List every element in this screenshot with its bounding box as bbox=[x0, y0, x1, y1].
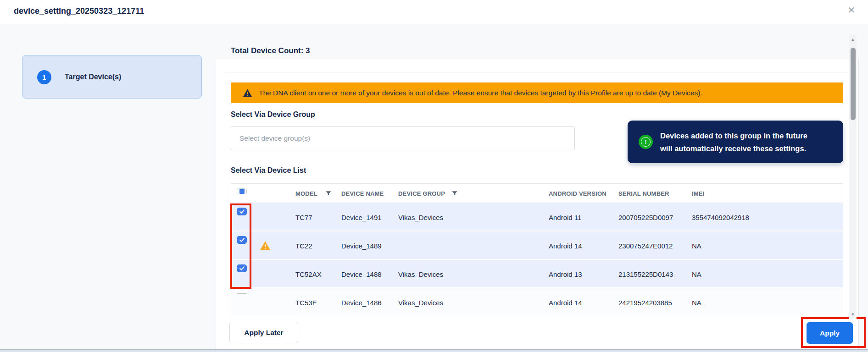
cell-device-name: Device_1486 bbox=[341, 288, 382, 316]
row-checkbox[interactable] bbox=[237, 236, 247, 244]
column-header-android-version[interactable]: ANDROID VERSION bbox=[549, 184, 606, 203]
cell-device-name: Device_1491 bbox=[341, 203, 382, 231]
cell-model: TC53E bbox=[295, 288, 317, 316]
row-checkbox[interactable] bbox=[237, 208, 247, 215]
column-header-device-name[interactable]: DEVICE NAME bbox=[341, 184, 384, 203]
cell-imei: NA bbox=[692, 231, 701, 260]
info-circle-icon: ! bbox=[639, 135, 653, 149]
cell-android-version: Android 11 bbox=[549, 203, 581, 231]
cell-serial-number: 230075247E0012 bbox=[618, 231, 673, 260]
table-row[interactable]: TC53E Device_1486 Vikas_Devices Android … bbox=[231, 288, 843, 316]
cell-model: TC52AX bbox=[295, 260, 322, 288]
cell-android-version: Android 13 bbox=[549, 260, 582, 288]
column-header-serial-number[interactable]: SERIAL NUMBER bbox=[618, 184, 669, 203]
filter-icon[interactable] bbox=[325, 190, 332, 197]
step-label: Target Device(s) bbox=[65, 73, 121, 81]
apply-later-button[interactable]: Apply Later bbox=[229, 322, 298, 343]
cell-android-version: Android 14 bbox=[549, 231, 582, 260]
cell-imei: NA bbox=[692, 260, 701, 288]
cell-imei: 355474092042918 bbox=[692, 203, 749, 231]
apply-button[interactable]: Apply bbox=[807, 322, 853, 344]
group-info-tooltip: ! Devices added to this group in the fut… bbox=[628, 121, 843, 163]
divider bbox=[224, 72, 851, 72]
cell-device-name: Device_1488 bbox=[341, 260, 382, 288]
cell-serial-number: 200705225D0097 bbox=[618, 203, 673, 231]
device-group-input[interactable] bbox=[231, 126, 575, 150]
select-via-device-list-label: Select Via Device List bbox=[231, 166, 306, 175]
select-via-device-group-label: Select Via Device Group bbox=[231, 110, 315, 119]
table-row[interactable]: TC22 Device_1489 Android 14 230075247E00… bbox=[231, 231, 843, 260]
cell-serial-number: 24219524203885 bbox=[618, 288, 672, 316]
device-setting-dialog: device_setting_20250323_121711 ✕ 1 Targe… bbox=[0, 0, 868, 352]
cell-device-name: Device_1489 bbox=[341, 231, 382, 260]
column-header-model[interactable]: MODEL bbox=[295, 184, 317, 203]
scroll-down-arrow-icon[interactable]: ▼ bbox=[849, 311, 857, 318]
cell-device-group: Vikas_Devices bbox=[398, 260, 443, 288]
row-checkbox[interactable] bbox=[237, 293, 247, 294]
cell-android-version: Android 14 bbox=[549, 288, 582, 316]
table-row[interactable]: TC52AX Device_1488 Vikas_Devices Android… bbox=[231, 260, 843, 288]
cell-device-group: Vikas_Devices bbox=[398, 288, 443, 316]
cell-model: TC22 bbox=[295, 231, 312, 260]
dialog-title: device_setting_20250323_121711 bbox=[14, 6, 144, 16]
page-bottom-strip bbox=[0, 349, 868, 352]
device-warning-icon bbox=[260, 240, 271, 251]
select-all-checkbox[interactable] bbox=[237, 188, 247, 194]
cell-imei: NA bbox=[692, 288, 701, 316]
device-table-body: TC77 Device_1491 Vikas_Devices Android 1… bbox=[231, 203, 843, 316]
filter-icon[interactable] bbox=[451, 190, 458, 197]
dna-warning-banner: The DNA client on one or more of your de… bbox=[231, 82, 843, 103]
column-header-device-group[interactable]: DEVICE GROUP bbox=[398, 184, 445, 203]
close-icon[interactable]: ✕ bbox=[845, 4, 858, 16]
device-table-header: MODEL DEVICE NAME DEVICE GROUP ANDROID V… bbox=[231, 184, 843, 203]
column-header-imei[interactable]: IMEI bbox=[692, 184, 705, 203]
total-device-count: Total Device Count: 3 bbox=[231, 46, 310, 55]
scroll-up-arrow-icon[interactable]: ▲ bbox=[849, 36, 857, 43]
dialog-header: device_setting_20250323_121711 ✕ bbox=[0, 0, 868, 24]
tooltip-text: Devices added to this group in the futur… bbox=[660, 129, 807, 155]
scrollbar-thumb[interactable] bbox=[851, 48, 856, 120]
warning-triangle-icon bbox=[243, 88, 252, 97]
table-row[interactable]: TC77 Device_1491 Vikas_Devices Android 1… bbox=[231, 203, 843, 231]
vertical-scrollbar[interactable]: ▲ ▼ bbox=[849, 35, 857, 319]
device-table: MODEL DEVICE NAME DEVICE GROUP ANDROID V… bbox=[231, 183, 843, 316]
warning-banner-text: The DNA client on one or more of your de… bbox=[259, 89, 702, 97]
row-checkbox[interactable] bbox=[237, 264, 247, 272]
cell-model: TC77 bbox=[295, 203, 312, 231]
step-number-badge: 1 bbox=[37, 70, 51, 84]
cell-device-group: Vikas_Devices bbox=[398, 203, 443, 231]
step-target-devices[interactable]: 1 Target Device(s) bbox=[22, 55, 202, 99]
cell-serial-number: 213155225D0143 bbox=[618, 260, 673, 288]
